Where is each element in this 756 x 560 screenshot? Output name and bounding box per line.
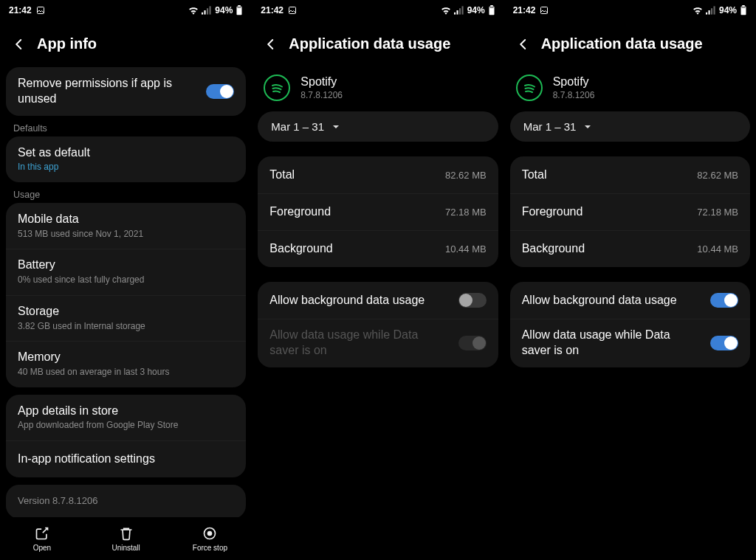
battery-icon xyxy=(236,5,243,15)
background-row: Background 10.44 MB xyxy=(510,230,750,267)
svg-rect-17 xyxy=(489,7,493,8)
svg-rect-18 xyxy=(541,7,548,14)
status-battery-pct: 94% xyxy=(215,5,233,15)
svg-rect-4 xyxy=(210,6,211,14)
status-battery-pct: 94% xyxy=(719,5,737,15)
app-identity-row: Spotify 8.7.8.1206 xyxy=(504,67,756,108)
status-bar: 21:42 94% xyxy=(0,0,252,21)
svg-rect-20 xyxy=(708,10,709,15)
status-time: 21:42 xyxy=(513,5,536,15)
total-row: Total 82.62 MB xyxy=(258,156,498,193)
date-range-label: Mar 1 – 31 xyxy=(271,120,324,133)
battery-icon xyxy=(488,5,495,15)
foreground-row: Foreground 72.18 MB xyxy=(258,193,498,230)
svg-rect-2 xyxy=(205,10,206,15)
open-label: Open xyxy=(33,544,51,552)
chevron-down-icon xyxy=(583,122,592,131)
set-default-sub: In this app xyxy=(18,162,58,173)
battery-row[interactable]: Battery 0% used since last fully charged xyxy=(6,249,246,294)
mobile-data-row[interactable]: Mobile data 513 MB used since Nov 1, 202… xyxy=(6,203,246,249)
svg-rect-24 xyxy=(742,5,745,7)
chevron-down-icon xyxy=(331,122,340,131)
allow-data-saver-toggle xyxy=(458,336,487,350)
set-default-row[interactable]: Set as default In this app xyxy=(6,136,246,182)
app-identity-row: Spotify 8.7.8.1206 xyxy=(252,67,504,108)
status-time: 21:42 xyxy=(9,5,32,15)
image-icon xyxy=(36,6,45,15)
version-text: Version 8.7.8.1206 xyxy=(18,495,97,508)
open-button[interactable]: Open xyxy=(13,526,72,552)
svg-point-9 xyxy=(208,531,212,535)
svg-rect-13 xyxy=(459,8,461,14)
page-title: App info xyxy=(37,35,97,52)
allow-background-toggle[interactable] xyxy=(710,293,738,308)
svg-rect-22 xyxy=(713,6,715,14)
image-icon xyxy=(540,6,549,15)
status-bar: 21:42 94% xyxy=(252,0,504,21)
force-stop-icon xyxy=(202,526,217,541)
app-name: Spotify xyxy=(553,75,595,90)
uninstall-label: Uninstall xyxy=(111,544,140,552)
allow-background-row[interactable]: Allow background data usage xyxy=(258,282,498,319)
app-details-row[interactable]: App details in store App downloaded from… xyxy=(6,395,246,440)
pane-app-info: 21:42 94% App i xyxy=(0,0,252,560)
back-button[interactable] xyxy=(12,37,27,52)
force-stop-label: Force stop xyxy=(193,544,227,552)
svg-rect-0 xyxy=(37,7,44,14)
svg-rect-1 xyxy=(202,13,203,15)
status-bar: 21:42 94% xyxy=(504,0,756,21)
wifi-icon xyxy=(693,6,703,15)
date-range-dropdown[interactable]: Mar 1 – 31 xyxy=(510,111,750,142)
total-row: Total 82.62 MB xyxy=(510,156,750,193)
allow-data-saver-toggle[interactable] xyxy=(710,336,738,350)
usage-section-label: Usage xyxy=(0,182,252,203)
background-row: Background 10.44 MB xyxy=(258,230,498,267)
remove-permissions-toggle[interactable] xyxy=(206,84,234,99)
status-time: 21:42 xyxy=(261,5,284,15)
svg-rect-19 xyxy=(706,13,707,15)
svg-rect-7 xyxy=(238,7,241,8)
foreground-row: Foreground 72.18 MB xyxy=(510,193,750,230)
bottom-actions: Open Uninstall Force stop xyxy=(0,517,252,560)
svg-rect-25 xyxy=(741,7,745,8)
date-range-dropdown[interactable]: Mar 1 – 31 xyxy=(258,111,498,142)
svg-rect-21 xyxy=(711,8,712,14)
page-title: Application data usage xyxy=(289,35,450,52)
date-range-label: Mar 1 – 31 xyxy=(523,120,577,133)
back-button[interactable] xyxy=(516,37,531,52)
svg-rect-16 xyxy=(490,5,493,7)
allow-background-label: Allow background data usage xyxy=(522,293,677,308)
memory-row[interactable]: Memory 40 MB used on average in last 3 h… xyxy=(6,341,246,387)
spotify-icon xyxy=(264,75,290,101)
app-version: 8.7.8.1206 xyxy=(300,90,343,102)
version-row: Version 8.7.8.1206 xyxy=(6,485,246,519)
defaults-section-label: Defaults xyxy=(0,116,252,136)
allow-data-saver-row: Allow data usage while Data saver is on xyxy=(258,319,498,367)
image-icon xyxy=(288,6,297,15)
svg-rect-6 xyxy=(238,5,241,7)
force-stop-button[interactable]: Force stop xyxy=(180,526,239,552)
svg-rect-12 xyxy=(456,10,458,15)
remove-permissions-label: Remove permissions if app is unused xyxy=(18,76,206,107)
trash-icon xyxy=(119,526,134,541)
uninstall-button[interactable]: Uninstall xyxy=(97,526,156,552)
allow-background-toggle[interactable] xyxy=(458,293,487,308)
signal-icon xyxy=(706,6,716,15)
wifi-icon xyxy=(441,6,451,15)
open-icon xyxy=(35,526,49,541)
back-button[interactable] xyxy=(264,37,278,52)
inapp-notification-row[interactable]: In-app notification settings xyxy=(6,440,246,477)
svg-rect-10 xyxy=(289,7,296,14)
allow-background-row[interactable]: Allow background data usage xyxy=(510,282,750,319)
battery-icon xyxy=(740,5,747,15)
status-battery-pct: 94% xyxy=(467,5,485,15)
pane-data-usage-off: 21:42 94% Appli xyxy=(252,0,504,560)
storage-row[interactable]: Storage 3.82 GB used in Internal storage xyxy=(6,295,246,341)
svg-rect-3 xyxy=(207,8,208,14)
allow-data-saver-row[interactable]: Allow data usage while Data saver is on xyxy=(510,319,750,367)
signal-icon xyxy=(454,6,464,15)
remove-permissions-row[interactable]: Remove permissions if app is unused xyxy=(6,67,246,116)
allow-background-label: Allow background data usage xyxy=(269,293,425,308)
signal-icon xyxy=(202,6,212,15)
wifi-icon xyxy=(188,6,199,15)
